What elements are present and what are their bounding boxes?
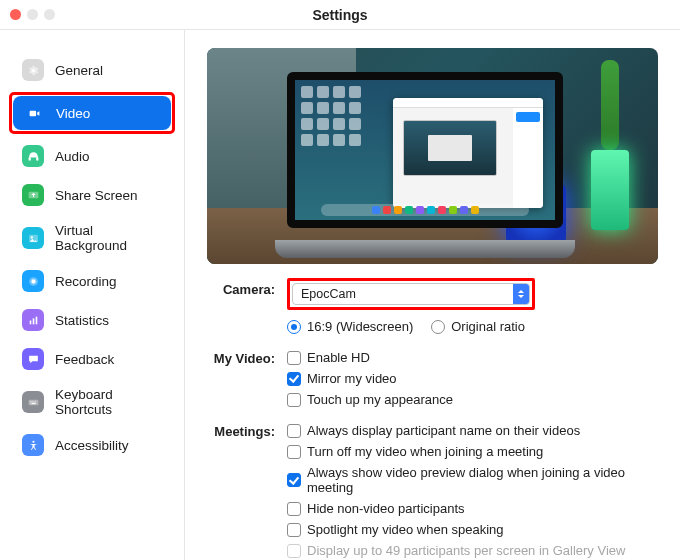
highlight-video-tab: Video <box>9 92 175 134</box>
sidebar-item-label: Statistics <box>55 313 109 328</box>
highlight-camera-select: EpocCam <box>287 278 535 310</box>
svg-rect-10 <box>32 318 34 324</box>
window-controls <box>10 9 55 20</box>
sidebar-item-label: Recording <box>55 274 117 289</box>
sidebar-item-label: Video <box>56 106 90 121</box>
sidebar-item-recording[interactable]: Recording <box>12 264 172 298</box>
chevrons-icon <box>513 284 529 304</box>
sidebar-item-keyboard-shortcuts[interactable]: Keyboard Shortcuts <box>12 381 172 423</box>
sidebar-item-label: Virtual Background <box>55 223 162 253</box>
touchup-label: Touch up my appearance <box>307 392 453 407</box>
gear-icon <box>22 59 44 81</box>
svg-rect-2 <box>28 157 30 161</box>
sidebar-item-accessibility[interactable]: Accessibility <box>12 428 172 462</box>
sidebar-item-general[interactable]: General <box>12 53 172 87</box>
enable-hd-label: Enable HD <box>307 350 370 365</box>
sidebar-item-share-screen[interactable]: Share Screen <box>12 178 172 212</box>
svg-rect-15 <box>34 401 35 402</box>
sidebar-item-statistics[interactable]: Statistics <box>12 303 172 337</box>
aspect-widescreen-label: 16:9 (Widescreen) <box>307 319 413 334</box>
aspect-widescreen-radio[interactable] <box>287 320 301 334</box>
spotlight-label: Spotlight my video when speaking <box>307 522 504 537</box>
camera-preview <box>207 48 658 264</box>
camera-select[interactable]: EpocCam <box>292 283 530 305</box>
zoom-window-button[interactable] <box>44 9 55 20</box>
sidebar-item-label: Keyboard Shortcuts <box>55 387 162 417</box>
svg-point-17 <box>32 440 34 442</box>
mirror-video-checkbox[interactable] <box>287 372 301 386</box>
svg-point-6 <box>30 236 32 238</box>
sidebar-item-label: Share Screen <box>55 188 138 203</box>
sidebar-item-label: Feedback <box>55 352 114 367</box>
sidebar-item-label: Audio <box>55 149 90 164</box>
display-names-checkbox[interactable] <box>287 424 301 438</box>
preview-dialog-label: Always show video preview dialog when jo… <box>307 465 658 495</box>
settings-sidebar: General Video Audio Share Screen Virtual… <box>0 30 185 560</box>
svg-rect-11 <box>35 316 37 324</box>
headphones-icon <box>22 145 44 167</box>
sidebar-item-audio[interactable]: Audio <box>12 139 172 173</box>
close-window-button[interactable] <box>10 9 21 20</box>
svg-rect-1 <box>29 110 36 115</box>
chat-bubble-icon <box>22 348 44 370</box>
titlebar: Settings <box>0 0 680 30</box>
hide-nonvideo-label: Hide non-video participants <box>307 501 465 516</box>
my-video-label: My Video: <box>207 347 287 366</box>
camera-label: Camera: <box>207 278 287 297</box>
spotlight-checkbox[interactable] <box>287 523 301 537</box>
sidebar-item-label: General <box>55 63 103 78</box>
display-names-label: Always display participant name on their… <box>307 423 580 438</box>
svg-rect-16 <box>31 403 35 404</box>
minimize-window-button[interactable] <box>27 9 38 20</box>
accessibility-icon <box>22 434 44 456</box>
svg-rect-9 <box>29 320 31 324</box>
gallery49-label: Display up to 49 participants per screen… <box>307 543 625 558</box>
share-screen-icon <box>22 184 44 206</box>
touchup-checkbox[interactable] <box>287 393 301 407</box>
enable-hd-checkbox[interactable] <box>287 351 301 365</box>
turnoff-join-checkbox[interactable] <box>287 445 301 459</box>
settings-content: Camera: EpocCam 16:9 (Widescreen) <box>185 30 680 560</box>
sidebar-item-virtual-background[interactable]: Virtual Background <box>12 217 172 259</box>
keyboard-icon <box>22 391 44 413</box>
meetings-label: Meetings: <box>207 420 287 439</box>
aspect-original-label: Original ratio <box>451 319 525 334</box>
preview-dialog-checkbox[interactable] <box>287 473 301 487</box>
turnoff-join-label: Turn off my video when joining a meeting <box>307 444 543 459</box>
record-icon <box>22 270 44 292</box>
sidebar-item-feedback[interactable]: Feedback <box>12 342 172 376</box>
sidebar-item-label: Accessibility <box>55 438 129 453</box>
svg-point-8 <box>31 279 35 283</box>
mirror-video-label: Mirror my video <box>307 371 397 386</box>
window-title: Settings <box>312 7 367 23</box>
gallery49-checkbox <box>287 544 301 558</box>
chart-bar-icon <box>22 309 44 331</box>
hide-nonvideo-checkbox[interactable] <box>287 502 301 516</box>
svg-rect-14 <box>32 401 33 402</box>
aspect-original-radio[interactable] <box>431 320 445 334</box>
svg-rect-13 <box>30 401 31 402</box>
video-camera-icon <box>23 102 45 124</box>
image-icon <box>22 227 44 249</box>
camera-select-value: EpocCam <box>301 287 356 301</box>
svg-rect-3 <box>36 157 38 161</box>
sidebar-item-video[interactable]: Video <box>13 96 171 130</box>
